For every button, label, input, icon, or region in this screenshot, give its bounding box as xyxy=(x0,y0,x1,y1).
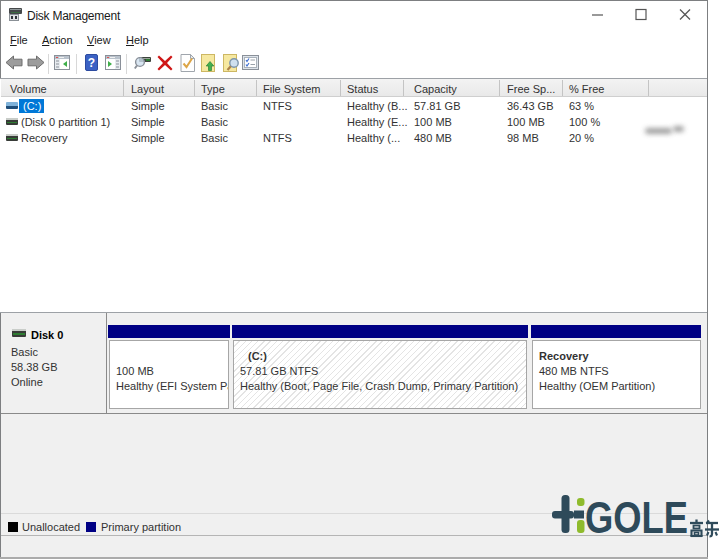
svg-text:?: ? xyxy=(88,56,95,70)
svg-text:GOLE: GOLE xyxy=(585,493,688,540)
